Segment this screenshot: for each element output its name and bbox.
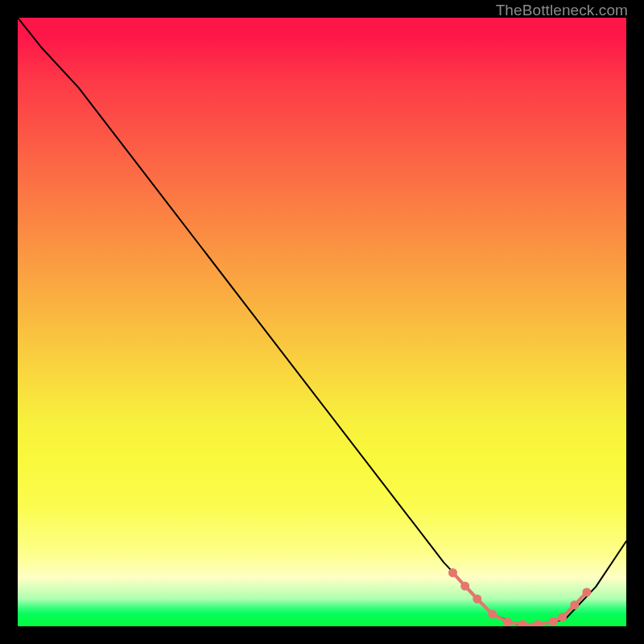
watermark-text: TheBottleneck.com: [496, 2, 628, 19]
marker-dot: [473, 595, 481, 604]
marker-dot: [582, 588, 591, 597]
chart-svg: [18, 18, 626, 626]
marker-dot: [549, 617, 558, 626]
marker-dots-group: [448, 568, 591, 626]
marker-dot: [570, 601, 579, 609]
marker-dot: [518, 620, 527, 626]
main-curve: [18, 18, 626, 625]
marker-dot: [534, 620, 543, 626]
marker-dot: [448, 568, 457, 577]
marker-dot: [488, 609, 497, 618]
marker-dot: [558, 613, 567, 621]
chart-frame: TheBottleneck.com: [0, 0, 644, 644]
marker-dot: [460, 582, 469, 591]
marker-dot: [503, 617, 512, 626]
